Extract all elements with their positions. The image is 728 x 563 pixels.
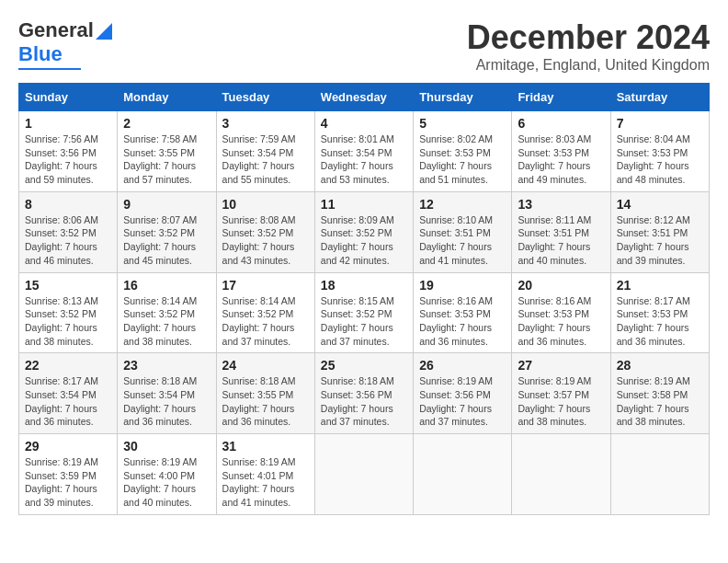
daylight-hours: Daylight: 7 hours and 42 minutes. [321,241,393,266]
calendar-day-cell: 8 Sunrise: 8:06 AM Sunset: 3:52 PM Dayli… [19,191,118,272]
day-number: 20 [518,278,604,293]
day-info: Sunrise: 8:07 AM Sunset: 3:52 PM Dayligh… [123,213,210,268]
sunrise-time: Sunrise: 8:14 AM [123,295,197,306]
sunset-time: Sunset: 4:01 PM [222,470,294,481]
day-info: Sunrise: 8:19 AM Sunset: 4:01 PM Dayligh… [222,455,309,510]
day-info: Sunrise: 8:19 AM Sunset: 3:56 PM Dayligh… [419,374,506,429]
daylight-hours: Daylight: 7 hours and 59 minutes. [25,160,97,185]
daylight-hours: Daylight: 7 hours and 38 minutes. [123,322,196,347]
sunrise-time: Sunrise: 7:58 AM [123,133,197,144]
day-number: 12 [419,197,506,212]
sunrise-time: Sunrise: 8:17 AM [25,375,98,386]
day-info: Sunrise: 8:19 AM Sunset: 3:58 PM Dayligh… [617,374,703,429]
daylight-hours: Daylight: 7 hours and 41 minutes. [419,241,492,266]
daylight-hours: Daylight: 7 hours and 51 minutes. [419,160,492,185]
sunrise-time: Sunrise: 8:19 AM [222,456,296,467]
sunrise-time: Sunrise: 8:18 AM [123,375,197,386]
calendar-week-row: 8 Sunrise: 8:06 AM Sunset: 3:52 PM Dayli… [19,191,710,272]
day-info: Sunrise: 8:11 AM Sunset: 3:51 PM Dayligh… [518,213,604,268]
daylight-hours: Daylight: 7 hours and 39 minutes. [25,483,97,508]
day-of-week-header: Monday [118,84,216,111]
day-of-week-header: Tuesday [216,84,314,111]
calendar-day-cell: 2 Sunrise: 7:58 AM Sunset: 3:55 PM Dayli… [118,111,216,192]
daylight-hours: Daylight: 7 hours and 48 minutes. [617,160,689,185]
sunset-time: Sunset: 3:54 PM [25,389,97,400]
sunset-time: Sunset: 3:52 PM [123,227,195,238]
sunrise-time: Sunrise: 8:08 AM [222,214,296,225]
daylight-hours: Daylight: 7 hours and 57 minutes. [123,160,196,185]
sunrise-time: Sunrise: 8:16 AM [518,295,591,306]
sunset-time: Sunset: 3:53 PM [419,147,491,158]
logo-blue: Blue [18,42,63,66]
day-number: 19 [419,278,506,293]
day-number: 3 [222,116,309,131]
sunset-time: Sunset: 3:51 PM [617,227,688,238]
day-number: 9 [123,197,210,212]
calendar-day-cell: 5 Sunrise: 8:02 AM Sunset: 3:53 PM Dayli… [414,111,512,192]
logo: General Blue [18,18,112,70]
day-of-week-header: Sunday [19,84,118,111]
day-info: Sunrise: 8:12 AM Sunset: 3:51 PM Dayligh… [617,213,703,268]
sunrise-time: Sunrise: 8:07 AM [123,214,197,225]
sunrise-time: Sunrise: 8:17 AM [617,295,690,306]
calendar-day-cell: 1 Sunrise: 7:56 AM Sunset: 3:56 PM Dayli… [19,111,118,192]
calendar-day-cell: 27 Sunrise: 8:19 AM Sunset: 3:57 PM Dayl… [512,353,610,434]
sunset-time: Sunset: 3:53 PM [419,308,491,319]
daylight-hours: Daylight: 7 hours and 39 minutes. [617,241,689,266]
calendar-day-cell: 28 Sunrise: 8:19 AM Sunset: 3:58 PM Dayl… [610,353,709,434]
daylight-hours: Daylight: 7 hours and 40 minutes. [123,483,196,508]
calendar-day-cell: 29 Sunrise: 8:19 AM Sunset: 3:59 PM Dayl… [19,434,118,515]
sunrise-time: Sunrise: 8:15 AM [321,295,394,306]
day-number: 26 [419,358,506,373]
calendar-day-cell: 11 Sunrise: 8:09 AM Sunset: 3:52 PM Dayl… [314,191,413,272]
daylight-hours: Daylight: 7 hours and 36 minutes. [518,322,590,347]
sunrise-time: Sunrise: 8:18 AM [321,375,394,386]
sunrise-time: Sunrise: 8:19 AM [25,456,98,467]
sunrise-time: Sunrise: 8:06 AM [25,214,98,225]
daylight-hours: Daylight: 7 hours and 37 minutes. [321,322,393,347]
page-header: General Blue December 2024 Armitage, Eng… [18,18,710,74]
day-of-week-header: Friday [512,84,610,111]
sunrise-time: Sunrise: 8:14 AM [222,295,296,306]
sunset-time: Sunset: 3:52 PM [321,227,392,238]
day-info: Sunrise: 8:10 AM Sunset: 3:51 PM Dayligh… [419,213,506,268]
calendar-day-cell: 17 Sunrise: 8:14 AM Sunset: 3:52 PM Dayl… [216,272,314,353]
daylight-hours: Daylight: 7 hours and 49 minutes. [518,160,590,185]
day-number: 10 [222,197,309,212]
sunrise-time: Sunrise: 8:18 AM [222,375,296,386]
daylight-hours: Daylight: 7 hours and 37 minutes. [321,403,393,428]
day-of-week-header: Thursday [414,84,512,111]
calendar-day-cell [314,434,413,515]
calendar-day-cell: 4 Sunrise: 8:01 AM Sunset: 3:54 PM Dayli… [314,111,413,192]
day-info: Sunrise: 7:58 AM Sunset: 3:55 PM Dayligh… [123,132,210,187]
sunset-time: Sunset: 3:56 PM [419,389,491,400]
day-number: 18 [321,278,407,293]
sunrise-time: Sunrise: 8:19 AM [123,456,197,467]
day-info: Sunrise: 8:16 AM Sunset: 3:53 PM Dayligh… [518,294,604,349]
sunset-time: Sunset: 3:54 PM [123,389,195,400]
calendar-day-cell: 21 Sunrise: 8:17 AM Sunset: 3:53 PM Dayl… [610,272,709,353]
day-of-week-header: Saturday [610,84,709,111]
day-number: 17 [222,278,309,293]
calendar-week-row: 29 Sunrise: 8:19 AM Sunset: 3:59 PM Dayl… [19,434,710,515]
day-number: 13 [518,197,604,212]
sunrise-time: Sunrise: 8:04 AM [617,133,690,144]
day-info: Sunrise: 8:06 AM Sunset: 3:52 PM Dayligh… [25,213,111,268]
calendar-day-cell: 31 Sunrise: 8:19 AM Sunset: 4:01 PM Dayl… [216,434,314,515]
day-number: 6 [518,116,604,131]
day-number: 8 [25,197,111,212]
day-info: Sunrise: 8:19 AM Sunset: 4:00 PM Dayligh… [123,455,210,510]
day-info: Sunrise: 8:17 AM Sunset: 3:53 PM Dayligh… [617,294,703,349]
day-of-week-header: Wednesday [314,84,413,111]
sunset-time: Sunset: 3:52 PM [25,227,97,238]
day-number: 15 [25,278,111,293]
day-info: Sunrise: 8:19 AM Sunset: 3:57 PM Dayligh… [518,374,604,429]
day-info: Sunrise: 8:08 AM Sunset: 3:52 PM Dayligh… [222,213,309,268]
daylight-hours: Daylight: 7 hours and 36 minutes. [222,403,295,428]
sunset-time: Sunset: 3:52 PM [321,308,392,319]
day-info: Sunrise: 8:19 AM Sunset: 3:59 PM Dayligh… [25,455,111,510]
sunrise-time: Sunrise: 8:11 AM [518,214,591,225]
day-info: Sunrise: 8:17 AM Sunset: 3:54 PM Dayligh… [25,374,111,429]
sunrise-time: Sunrise: 8:01 AM [321,133,394,144]
sunset-time: Sunset: 3:56 PM [25,147,97,158]
